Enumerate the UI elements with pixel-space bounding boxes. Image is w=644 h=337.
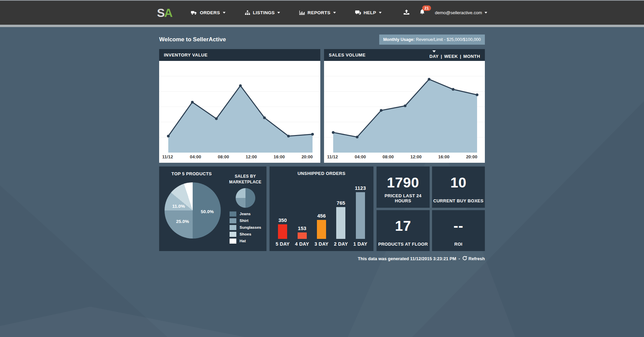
caret-down-icon <box>333 12 336 14</box>
monthly-usage-badge: Monthly Usage: Revenue/Limit - $25,000/$… <box>379 35 485 45</box>
footer-separator: - <box>458 256 460 261</box>
top-navbar: SA ORDERSLISTINGSREPORTSHELP 21 demo@sel… <box>0 1 644 25</box>
sales-volume-x-axis: 11/1204:0008:0012:0016:0020:00 <box>324 153 485 163</box>
chat-icon <box>355 10 361 15</box>
sitemap-icon <box>245 10 250 15</box>
x-axis-tick: 08:00 <box>218 154 229 159</box>
top-5-products-title: TOP 5 PRODUCTS <box>159 171 224 176</box>
notifications-button[interactable]: 21 <box>420 9 425 16</box>
bar <box>298 232 307 239</box>
sales-volume-title: SALES VOLUME <box>329 52 366 58</box>
period-switch: DAY|WEEK|MONTH <box>429 51 480 59</box>
bar <box>336 207 345 239</box>
top-5-products-pie: 50.0%25.0%11.0% <box>165 182 221 239</box>
caret-down-icon <box>485 12 487 14</box>
legend-swatch <box>230 239 236 244</box>
navbar-divider <box>0 25 644 27</box>
nav-item-help[interactable]: HELP <box>355 10 382 15</box>
refresh-icon <box>463 256 467 261</box>
account-menu[interactable]: demo@selleractive.com <box>435 10 487 15</box>
legend-label: Shoes <box>240 232 252 236</box>
x-axis-tick: 16:00 <box>274 154 285 159</box>
upload-button[interactable] <box>404 9 409 16</box>
inventory-value-x-axis: 11/1204:0008:0012:0016:0020:00 <box>159 153 320 163</box>
x-axis-tick: 08:00 <box>383 154 394 159</box>
unshipped-orders-title: UNSHIPPED ORDERS <box>270 171 373 176</box>
x-axis-tick: 11/12 <box>327 154 338 159</box>
monthly-usage-label: Monthly Usage: <box>383 37 415 42</box>
page-title: Welcome to SellerActive <box>159 36 226 43</box>
sales-by-marketplace-title: SALES BYMARKETPLACE <box>229 174 261 185</box>
period-option-month[interactable]: MONTH <box>463 54 480 59</box>
bar-4-day: 1534 DAY <box>295 181 309 247</box>
bar-value: 153 <box>298 225 306 231</box>
nav-item-orders[interactable]: ORDERS <box>191 10 226 15</box>
caret-down-icon <box>432 50 436 52</box>
selleractive-logo[interactable]: SA <box>157 7 172 19</box>
main-menu: ORDERSLISTINGSREPORTSHELP <box>191 10 382 15</box>
x-axis-tick: 04:00 <box>355 154 366 159</box>
legend-swatch <box>230 218 236 223</box>
period-separator: | <box>460 54 461 59</box>
stat-value: 1790 <box>387 175 419 191</box>
monthly-usage-value: Revenue/Limit - $25,000/$100,000 <box>416 37 481 42</box>
legend-swatch <box>230 225 236 230</box>
upload-icon <box>404 9 409 16</box>
x-axis-tick: 11/12 <box>162 154 173 159</box>
sales-volume-panel: SALES VOLUME DAY|WEEK|MONTH 11/1204:0008… <box>324 49 485 163</box>
bar-5-day: 3505 DAY <box>276 181 289 247</box>
legend-label: Shirt <box>240 219 249 223</box>
unshipped-orders-panel: UNSHIPPED ORDERS 3505 DAY1534 DAY4563 DA… <box>270 166 373 251</box>
bar-category: 3 DAY <box>315 241 328 247</box>
stat-tile-priced-last-24-hours: 1790PRICED LAST 24 HOURS <box>377 166 430 208</box>
legend-label: Jeans <box>240 212 251 216</box>
account-email: demo@selleractive.com <box>435 10 482 15</box>
period-option-day[interactable]: DAY <box>429 54 438 59</box>
refresh-label: Refresh <box>469 256 485 261</box>
bar <box>278 224 287 239</box>
pie-legend: JeansShirtSunglassesShoesHat <box>230 211 261 245</box>
bar-value: 765 <box>337 200 345 206</box>
bar-value: 456 <box>317 213 326 219</box>
top-5-products-panel: TOP 5 PRODUCTS 50.0%25.0%11.0% SALES BYM… <box>159 166 266 251</box>
stat-tile-roi: --ROI <box>432 210 485 251</box>
stat-label: CURRENT BUY BOXES <box>432 198 485 203</box>
legend-item-jeans: Jeans <box>230 211 261 217</box>
inventory-value-chart <box>159 61 320 153</box>
truck-icon <box>191 10 197 15</box>
stat-tiles: 1790PRICED LAST 24 HOURS10CURRENT BUY BO… <box>377 166 485 251</box>
bar <box>317 220 326 239</box>
sales-by-marketplace-pie <box>236 188 255 208</box>
stat-tile-products-at-floor: 17PRODUCTS AT FLOOR <box>377 210 430 251</box>
bar-1-day: 11231 DAY <box>353 181 367 247</box>
x-axis-tick: 04:00 <box>190 154 201 159</box>
generated-timestamp: This data was generated 11/12/2015 3:23:… <box>358 256 456 261</box>
bar-3-day: 4563 DAY <box>315 181 328 247</box>
stat-value: 17 <box>395 218 411 234</box>
bar <box>356 192 365 239</box>
stat-label: PRICED LAST 24 HOURS <box>377 193 430 203</box>
period-option-week[interactable]: WEEK <box>444 54 458 59</box>
x-axis-tick: 20:00 <box>301 154 313 159</box>
x-axis-tick: 12:00 <box>246 154 257 159</box>
bar-category: 2 DAY <box>334 241 348 247</box>
bar-category: 5 DAY <box>276 241 289 247</box>
bar-value: 1123 <box>355 185 366 191</box>
nav-item-reports[interactable]: REPORTS <box>299 10 336 15</box>
legend-item-shoes: Shoes <box>230 232 261 237</box>
stat-tile-current-buy-boxes: 10CURRENT BUY BOXES <box>432 166 485 208</box>
inventory-value-title: INVENTORY VALUE <box>164 52 208 58</box>
sales-volume-chart <box>324 61 485 153</box>
pie-slice-label: 50.0% <box>201 209 214 214</box>
unshipped-orders-bars: 3505 DAY1534 DAY4563 DAY7652 DAY11231 DA… <box>273 181 370 247</box>
period-separator: | <box>441 54 442 59</box>
stat-label: PRODUCTS AT FLOOR <box>377 242 430 247</box>
nav-item-listings[interactable]: LISTINGS <box>245 10 280 15</box>
bar-category: 1 DAY <box>353 241 367 247</box>
pie-slice-label: 25.0% <box>176 219 189 224</box>
x-axis-tick: 12:00 <box>410 154 422 159</box>
nav-item-label: ORDERS <box>200 10 220 15</box>
refresh-button[interactable]: Refresh <box>463 256 485 261</box>
nav-item-label: LISTINGS <box>253 10 275 15</box>
pie-slice-label: 11.0% <box>172 203 185 208</box>
